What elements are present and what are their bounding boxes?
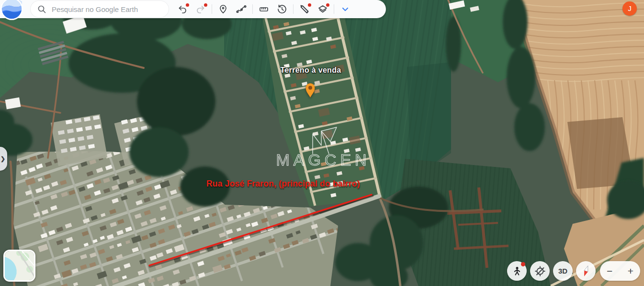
zoom-out-button[interactable]: − — [607, 261, 612, 281]
toolbar-divider — [252, 4, 253, 14]
street-annotation-label: Rua José Fraron, (principal do bairro) — [206, 179, 360, 189]
chevron-right-icon: ❯ — [0, 155, 5, 162]
path-icon — [236, 4, 247, 14]
chevron-down-icon — [340, 4, 350, 14]
google-earth-logo[interactable] — [0, 0, 23, 20]
toolbar-collapse-button[interactable] — [336, 0, 354, 18]
annotation-tools-button[interactable] — [295, 0, 314, 18]
notification-dot — [326, 3, 329, 7]
notification-dot — [204, 3, 207, 7]
3d-label: 3D — [558, 267, 567, 275]
history-icon — [277, 4, 287, 14]
expand-panel-handle[interactable]: ❯ — [0, 147, 7, 171]
placemark-label: Terreno à venda — [281, 66, 341, 75]
notification-dot — [521, 262, 525, 266]
search-icon — [37, 5, 46, 13]
redo-button[interactable] — [192, 0, 210, 18]
my-location-button[interactable] — [530, 261, 550, 281]
ruler-icon — [259, 4, 269, 14]
google-earth-window: Terreno à venda Rua José Fraron, (princi… — [0, 0, 644, 286]
notification-dot — [186, 3, 189, 7]
pegman-button[interactable] — [507, 261, 527, 281]
historical-imagery-button[interactable] — [273, 0, 291, 18]
toolbar-divider — [212, 4, 212, 14]
zoom-control: − + — [600, 261, 640, 281]
toolbar-divider — [334, 4, 334, 14]
toolbar — [0, 0, 386, 18]
location-disabled-icon — [534, 265, 546, 277]
minimap[interactable] — [3, 250, 35, 282]
draw-path-button[interactable] — [232, 0, 250, 18]
add-placemark-button[interactable] — [214, 0, 232, 18]
search-input[interactable] — [51, 5, 160, 14]
placemark-pin[interactable] — [302, 80, 319, 99]
3d-button[interactable]: 3D — [553, 261, 573, 281]
avatar[interactable]: J — [622, 1, 637, 16]
layers-button[interactable] — [314, 0, 332, 18]
satellite-map[interactable] — [0, 0, 644, 286]
compass-button[interactable] — [576, 261, 596, 281]
zoom-in-button[interactable]: + — [628, 261, 633, 281]
pegman-icon — [512, 266, 522, 276]
undo-button[interactable] — [173, 0, 192, 18]
notification-dot — [308, 3, 311, 7]
toolbar-divider — [293, 4, 294, 14]
compass-icon — [579, 264, 593, 278]
search-bar[interactable] — [31, 1, 169, 17]
avatar-initial: J — [628, 5, 631, 12]
measure-button[interactable] — [255, 0, 273, 18]
placemark-icon — [218, 4, 228, 14]
